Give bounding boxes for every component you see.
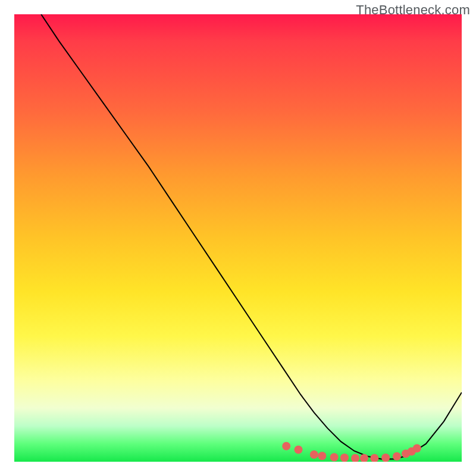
- data-point: [360, 454, 368, 462]
- data-point: [282, 442, 290, 450]
- chart-frame: TheBottleneck.com: [0, 0, 476, 476]
- data-point: [381, 453, 390, 462]
- data-points-group: [282, 442, 421, 462]
- data-point: [393, 452, 401, 461]
- data-point: [370, 454, 378, 462]
- data-point: [318, 452, 326, 460]
- data-point: [330, 453, 339, 461]
- data-point: [310, 450, 318, 459]
- curve-overlay: [14, 14, 462, 462]
- data-point: [413, 444, 421, 452]
- bottleneck-curve: [41, 14, 462, 459]
- data-point: [340, 453, 349, 462]
- data-point: [295, 446, 303, 454]
- watermark-label: TheBottleneck.com: [356, 2, 470, 18]
- data-point: [351, 454, 359, 462]
